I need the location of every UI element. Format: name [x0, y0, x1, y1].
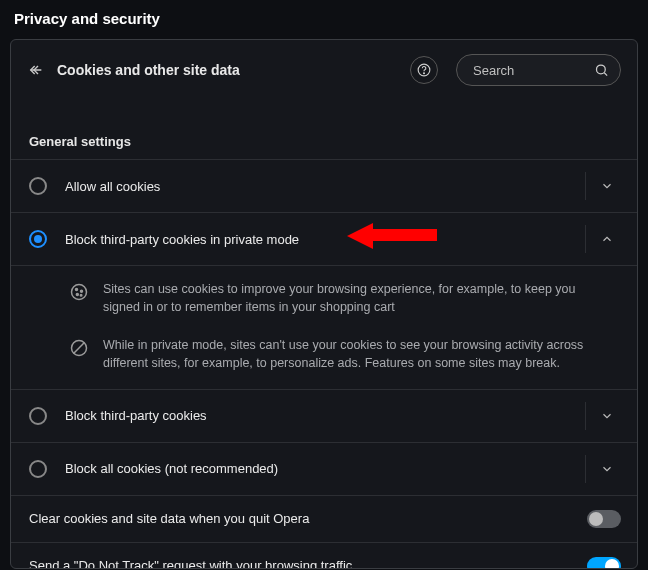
help-icon — [417, 63, 431, 77]
toggle-clear-on-quit[interactable] — [587, 510, 621, 528]
page-title: Privacy and security — [0, 0, 648, 39]
detail-text: While in private mode, sites can't use y… — [103, 336, 619, 372]
detail-row: Sites can use cookies to improve your br… — [11, 270, 637, 326]
block-icon — [69, 338, 89, 358]
help-button[interactable] — [410, 56, 438, 84]
option-block-third-party-private[interactable]: Block third-party cookies in private mod… — [11, 213, 637, 266]
setting-label: Send a "Do Not Track" request with your … — [29, 558, 587, 569]
option-label: Block third-party cookies in private mod… — [65, 232, 585, 247]
option-label: Allow all cookies — [65, 179, 585, 194]
setting-label: Clear cookies and site data when you qui… — [29, 511, 587, 526]
svg-line-11 — [74, 343, 85, 354]
radio-icon — [29, 460, 47, 478]
svg-point-9 — [80, 295, 82, 297]
detail-text: Sites can use cookies to improve your br… — [103, 280, 619, 316]
detail-row: While in private mode, sites can't use y… — [11, 326, 637, 382]
chevron-down-icon — [600, 462, 614, 476]
setting-do-not-track: Send a "Do Not Track" request with your … — [11, 543, 637, 570]
option-details: Sites can use cookies to improve your br… — [11, 266, 637, 390]
radio-icon — [29, 230, 47, 248]
radio-icon — [29, 407, 47, 425]
chevron-up-icon — [600, 232, 614, 246]
svg-point-7 — [81, 290, 83, 292]
settings-panel: Cookies and other site data General sett… — [10, 39, 638, 569]
setting-clear-on-quit: Clear cookies and site data when you qui… — [11, 496, 637, 543]
expand-button[interactable] — [585, 172, 627, 200]
svg-point-5 — [72, 285, 87, 300]
search-input[interactable] — [456, 54, 621, 86]
svg-point-2 — [424, 73, 425, 74]
option-block-third-party[interactable]: Block third-party cookies — [11, 390, 637, 443]
expand-button[interactable] — [585, 455, 627, 483]
arrow-left-icon — [28, 62, 44, 78]
chevron-down-icon — [600, 179, 614, 193]
panel-header: Cookies and other site data — [11, 40, 637, 96]
chevron-down-icon — [600, 409, 614, 423]
back-button[interactable] — [27, 61, 45, 79]
option-allow-all-cookies[interactable]: Allow all cookies — [11, 159, 637, 213]
search-field — [456, 54, 621, 86]
radio-icon — [29, 177, 47, 195]
option-label: Block third-party cookies — [65, 408, 585, 423]
panel-title: Cookies and other site data — [57, 62, 398, 78]
collapse-button[interactable] — [585, 225, 627, 253]
option-block-all-cookies[interactable]: Block all cookies (not recommended) — [11, 443, 637, 496]
option-label: Block all cookies (not recommended) — [65, 461, 585, 476]
section-heading-general: General settings — [11, 96, 637, 159]
svg-point-8 — [76, 294, 78, 296]
toggle-do-not-track[interactable] — [587, 557, 621, 570]
cookie-icon — [69, 282, 89, 302]
expand-button[interactable] — [585, 402, 627, 430]
svg-point-6 — [76, 289, 78, 291]
